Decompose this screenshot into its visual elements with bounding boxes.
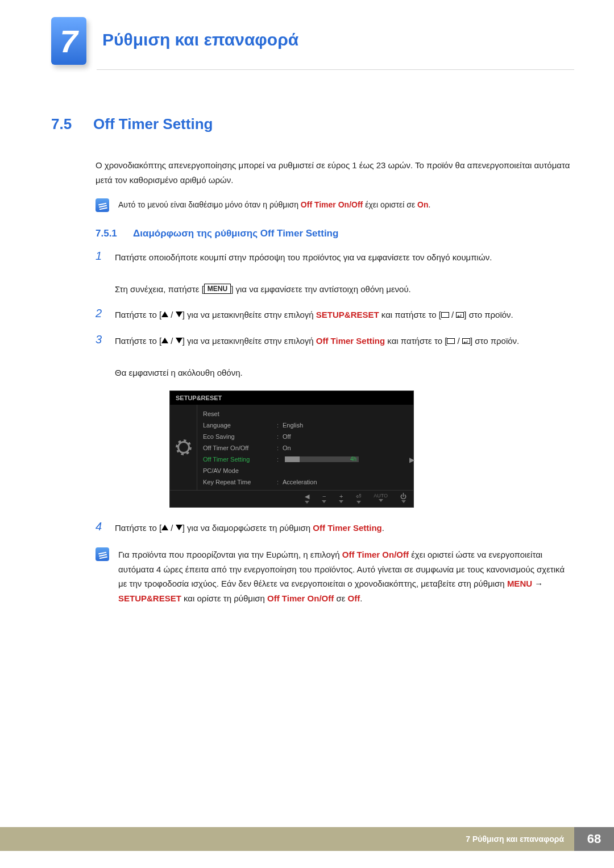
step-1-p2a: Στη συνέχεια, πατήστε [ [115, 284, 204, 294]
step-3-b: ] για να μετακινηθείτε στην επιλογή [182, 336, 316, 346]
note1-kw1: Off Timer On/Off [301, 200, 363, 209]
note2-t4: σε [334, 593, 347, 603]
osd-row-repeat: Key Repeat Time:Acceleration [203, 476, 408, 488]
step-4-a: Πατήστε το [ [115, 523, 161, 533]
section-title: Off Timer Setting [93, 115, 213, 133]
step-3: 3 Πατήστε το [ / ] για να μετακινηθείτε … [96, 333, 574, 380]
gear-icon [177, 441, 190, 454]
source-icon [447, 338, 455, 344]
osd-pcav-label: PC/AV Mode [203, 467, 277, 474]
step-1-p1: Πατήστε οποιοδήποτε κουμπί στην πρόσοψη … [115, 252, 492, 262]
down-icon [176, 338, 182, 343]
note2-kw2: MENU [507, 579, 532, 588]
note-2-text: Για προϊόντα που προορίζονται για την Ευ… [118, 547, 574, 605]
osd-onoff-value: On [283, 445, 291, 451]
osd-eco-value: Off [283, 433, 291, 440]
note-1-text: Αυτό το μενού είναι διαθέσιμο μόνο όταν … [118, 198, 430, 212]
footer-text: 7 Ρύθμιση και επαναφορά [455, 827, 574, 851]
down-icon [176, 525, 182, 530]
osd-setting-value: 4h [350, 456, 356, 462]
chapter-title: Ρύθμιση και επαναφορά [102, 30, 298, 49]
step-4: 4 Πατήστε το [ / ] για να διαμορφώσετε τ… [96, 520, 574, 536]
osd-footer-enter-icon: ⏎ [356, 493, 361, 504]
note1-pre: Αυτό το μενού είναι διαθέσιμο μόνο όταν … [118, 200, 301, 209]
step-3-d: ] στο προϊόν. [470, 336, 519, 346]
page-footer: 7 Ρύθμιση και επαναφορά 68 [0, 827, 614, 851]
note-2: Για προϊόντα που προορίζονται για την Ευ… [96, 547, 574, 605]
menu-button-icon: MENU [204, 284, 231, 294]
step-2-body: Πατήστε το [ / ] για να μετακινηθείτε στ… [115, 307, 513, 323]
step-3-a: Πατήστε το [ [115, 336, 161, 346]
enter-icon [462, 338, 470, 344]
enter-icon [456, 312, 464, 318]
osd-setting-label: Off Timer Setting [203, 456, 277, 463]
page-header: 7 Ρύθμιση και επαναφορά [51, 17, 574, 67]
step-1: 1 Πατήστε οποιοδήποτε κουμπί στην πρόσοψ… [96, 250, 574, 297]
steps-list: 1 Πατήστε οποιοδήποτε κουμπί στην πρόσοψ… [96, 250, 574, 380]
note1-post: . [428, 200, 430, 209]
chapter-number: 7 [60, 23, 77, 60]
note2-kw4: Off Timer On/Off [267, 593, 334, 603]
section-heading: 7.5 Off Timer Setting [51, 115, 574, 133]
osd-footer-minus-icon: − [322, 493, 326, 504]
osd-footer-auto-label: AUTO [374, 493, 388, 499]
step-3-kw: Off Timer Setting [316, 336, 385, 346]
step-3-num: 3 [96, 333, 106, 380]
osd-reset-label: Reset [203, 410, 277, 417]
osd-footer-power-icon: ⏻ [400, 493, 406, 504]
step-4-kw: Off Timer Setting [313, 523, 381, 533]
osd-language-label: Language [203, 422, 277, 429]
note1-mid: έχει οριστεί σε [363, 200, 417, 209]
note-icon [96, 547, 109, 561]
osd-language-value: English [283, 422, 303, 429]
down-icon [176, 312, 182, 317]
osd-row-eco: Eco Saving:Off [203, 431, 408, 442]
osd-footer: ◀ − + ⏎ AUTO ⏻ [170, 490, 413, 507]
note2-arrow: → [532, 579, 543, 588]
step-4-body: Πατήστε το [ / ] για να διαμορφώσετε τη … [115, 520, 384, 536]
osd-side-icon [170, 405, 197, 490]
note2-t1: Για προϊόντα που προορίζονται για την Ευ… [118, 550, 342, 559]
step-4-b: ] για να διαμορφώσετε τη ρύθμιση [182, 523, 313, 533]
osd-arrow-right-icon: ▶ [409, 456, 414, 464]
osd-screenshot: SETUP&RESET Reset Language:English Eco S… [169, 391, 574, 508]
osd-menu-list: Reset Language:English Eco Saving:Off Of… [197, 405, 413, 490]
chapter-badge: 7 [51, 17, 92, 67]
osd-eco-label: Eco Saving [203, 433, 277, 440]
osd-row-pcav: PC/AV Mode [203, 465, 408, 476]
intro-paragraph: Ο χρονοδιακόπτης απενεργοποίησης μπορεί … [96, 158, 574, 187]
step-2-d: ] στο προϊόν. [464, 310, 513, 319]
subsection-heading: 7.5.1 Διαμόρφωση της ρύθμισης Off Timer … [96, 228, 574, 239]
step-2: 2 Πατήστε το [ / ] για να μετακινηθείτε … [96, 307, 574, 323]
osd-row-onoff: Off Timer On/Off:On [203, 442, 408, 454]
footer-bar [0, 827, 455, 851]
osd-row-reset: Reset [203, 408, 408, 420]
step-3-body: Πατήστε το [ / ] για να μετακινηθείτε στ… [115, 333, 519, 380]
note2-t3: και ορίστε τη ρύθμιση [181, 593, 267, 603]
osd-title: SETUP&RESET [170, 391, 413, 405]
subsection-number: 7.5.1 [96, 228, 125, 239]
subsection-title: Διαμόρφωση της ρύθμισης Off Timer Settin… [133, 228, 338, 239]
step-2-b: ] για να μετακινηθείτε στην επιλογή [182, 310, 316, 319]
header-divider [97, 69, 574, 70]
up-icon [161, 312, 168, 317]
step-2-a: Πατήστε το [ [115, 310, 161, 319]
steps-list-2: 4 Πατήστε το [ / ] για να διαμορφώσετε τ… [96, 520, 574, 536]
step-1-num: 1 [96, 250, 106, 297]
note2-t5: . [360, 593, 362, 603]
step-1-p2b: ] για να εμφανίσετε την αντίστοιχη οθόνη… [231, 284, 411, 294]
note2-kw3: SETUP&RESET [118, 593, 181, 603]
step-2-kw: SETUP&RESET [316, 310, 379, 319]
osd-footer-left-icon: ◀ [305, 493, 309, 504]
step-3-c: και πατήστε το [ [385, 336, 447, 346]
osd-onoff-label: Off Timer On/Off [203, 445, 277, 451]
osd-repeat-label: Key Repeat Time [203, 479, 277, 485]
osd-footer-auto: AUTO [374, 493, 388, 504]
step-4-num: 4 [96, 520, 106, 536]
note1-kw2: On [417, 200, 428, 209]
source-icon [441, 312, 449, 318]
note2-kw5: Off [348, 593, 360, 603]
step-4-c: . [382, 523, 384, 533]
note-icon [96, 198, 109, 212]
step-1-body: Πατήστε οποιοδήποτε κουμπί στην πρόσοψη … [115, 250, 492, 297]
